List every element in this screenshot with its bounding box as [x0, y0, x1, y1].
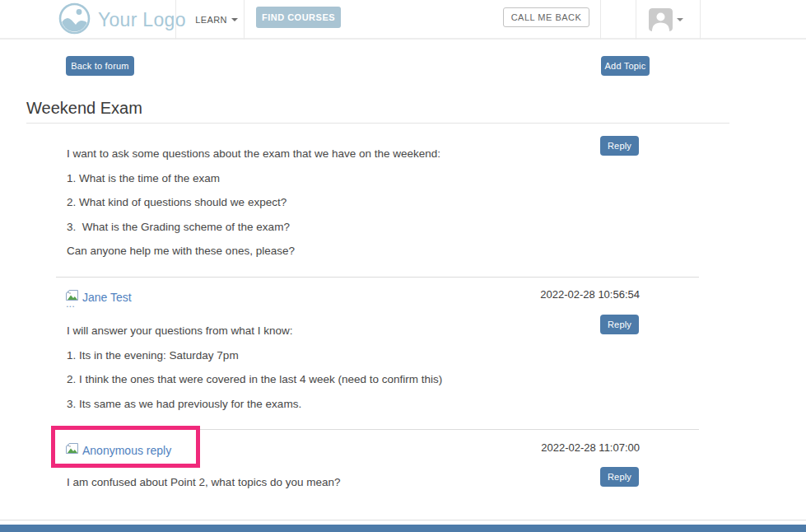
bottom-divider: [0, 520, 806, 520]
header-divider: [175, 0, 176, 40]
post-line: 3. Its same as we had previously for the…: [67, 399, 442, 410]
back-to-forum-button[interactable]: Back to forum: [66, 56, 134, 76]
reply-button[interactable]: Reply: [600, 467, 639, 487]
title-divider: [26, 123, 729, 124]
forum-topic-page: Your Logo LEARN FIND COURSES CALL ME BAC…: [0, 0, 806, 532]
header-divider: [700, 0, 701, 40]
post-line: 1. Its in the evening: Saturday 7pm: [67, 350, 442, 362]
post-line: Can anyone help me with these ones, plea…: [67, 245, 440, 257]
logo-image-icon: [58, 2, 91, 38]
site-logo[interactable]: Your Logo: [58, 2, 186, 37]
reply-body: I am confused about Point 2, what topics…: [67, 477, 340, 502]
broken-image-icon: [66, 442, 78, 457]
reply-body: I will answer your questions from what I…: [67, 325, 442, 422]
user-avatar[interactable]: [649, 8, 673, 31]
user-avatar-icon: [649, 20, 673, 31]
call-me-back-button[interactable]: CALL ME BACK: [503, 7, 589, 27]
reply-button[interactable]: Reply: [600, 136, 639, 156]
original-post-body: I want to ask some questions about the e…: [67, 148, 440, 270]
reply-button[interactable]: Reply: [600, 315, 639, 334]
avatar-alt-text: ...: [66, 299, 75, 308]
post-line: 3. What is the Grading scheme of the exa…: [67, 222, 440, 233]
reply-author-link[interactable]: Jane Test: [82, 291, 132, 304]
post-line: I am confused about Point 2, what topics…: [67, 477, 340, 488]
reply-timestamp: 2022-02-28 10:56:54: [540, 288, 640, 301]
reply-divider: [56, 277, 699, 278]
nav-learn-label: LEARN: [195, 15, 227, 25]
reply-author-link[interactable]: Anonymous reply: [82, 444, 171, 457]
find-courses-button[interactable]: FIND COURSES: [256, 7, 341, 28]
post-line: 2. What kind of questions should we expe…: [67, 197, 440, 208]
reply-timestamp: 2022-02-28 11:07:00: [541, 441, 640, 454]
top-navbar: Your Logo LEARN FIND COURSES CALL ME BAC…: [0, 0, 806, 40]
add-topic-button[interactable]: Add Topic: [601, 56, 650, 76]
chevron-down-icon: [231, 18, 238, 21]
highlight-annotation-box: Anonymous reply ...: [51, 426, 200, 468]
post-line: I will answer your questions from what I…: [67, 325, 442, 337]
topic-title: Weekend Exam: [26, 99, 142, 118]
header-divider: [244, 0, 245, 40]
nav-learn-dropdown[interactable]: LEARN: [192, 0, 241, 40]
header-divider: [600, 0, 601, 40]
logo-text: Your Logo: [98, 9, 186, 31]
avatar-alt-text: ...: [66, 458, 75, 467]
footer-bar: [0, 525, 806, 532]
post-line: 2. I think the ones that were covered in…: [67, 374, 442, 385]
header-divider: [636, 0, 636, 40]
post-line: 1. What is the time of the exam: [67, 173, 440, 184]
post-line: I want to ask some questions about the e…: [67, 148, 440, 160]
user-menu-chevron-down-icon[interactable]: [677, 18, 683, 21]
